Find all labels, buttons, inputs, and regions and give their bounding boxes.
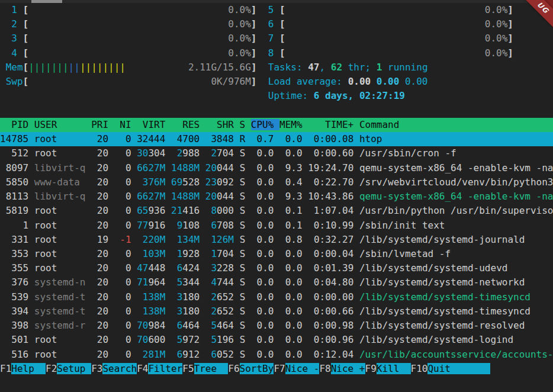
swap-meter-value: 0K/976M [211,76,250,87]
cell-state: S [240,277,251,288]
cell-pid: 398 [0,320,34,331]
cell-cpu-percent: 0.0 [251,248,279,259]
cell-value: 196 [217,334,234,345]
fn-button-f7-nice[interactable]: F7Nice - [274,363,319,374]
process-row-8113[interactable]: 8113 libvirt-q 20 0 6627M 1488M 20044 S … [0,189,553,204]
column-header-res[interactable]: RES [171,119,205,130]
process-row-355[interactable]: 355 root 20 0 47448 6424 3228 S 0.0 0.0 … [0,261,553,275]
cell-value-prefix: 3 [171,306,182,317]
fn-button-f5-tree[interactable]: F5Tree [182,363,228,374]
process-row-331[interactable]: 331 root 19 -1 220M 134M 126M S 0.0 0.8 … [0,233,553,247]
fn-button-f3-search[interactable]: F3Search [91,363,137,374]
cell-cpu-percent: 0.0 [251,320,279,331]
meter-open-bracket: [ [279,18,285,30]
column-header-virt[interactable]: VIRT [137,119,171,130]
column-header-pid[interactable]: PID [0,119,34,130]
cell-cpu-percent: 0.0 [251,205,279,216]
fn-label-F9[interactable]: Kill [377,363,411,374]
cell-time: 1:07.04 [308,205,359,216]
uptime-row: Uptime: 6 days, 02:27:19 [0,89,553,103]
mem-bar-buffer-pipes: || [69,62,80,73]
cpu-meter-2-value: 0.0% [228,18,251,30]
fn-label-F2[interactable]: Setup [57,363,91,374]
fn-button-f1-help[interactable]: F1Help [0,363,46,374]
meter-close-bracket: ] [251,47,257,59]
fn-button-f6-sortby[interactable]: F6SortBy [228,363,274,374]
cell-pid: 516 [0,349,34,360]
process-row-376[interactable]: 376 systemd-n 20 0 71964 5344 4744 S 0.0… [0,275,553,290]
process-row-398[interactable]: 398 systemd-r 20 0 70984 6464 5464 S 0.0… [0,319,553,333]
fn-button-f9-kill[interactable]: F9Kill [365,363,411,374]
cell-cpu-percent: 0.0 [251,349,279,360]
cell-value-prefix: 69 [171,176,182,188]
process-row-353[interactable]: 353 root 20 0 103M 1928 1704 S 0.0 0.0 0… [0,247,553,261]
cell-time: 0:00.96 [308,334,359,345]
table-header-row: PID USER PRI NI VIRT RES SHR S CPU% MEM%… [0,118,553,132]
memory-meter-row: Mem[||||||||||||||||| 2.11G/15.6G] Tasks… [0,60,553,75]
fn-label-F5[interactable]: Tree [194,363,229,374]
fn-button-f8-nice[interactable]: F8Nice + [319,363,365,374]
cell-command: /lib/systemd/systemd-timesyncd [359,291,531,303]
cell-nice: 0 [114,320,137,331]
process-row-539[interactable]: 539 systemd-t 20 0 138M 3180 2652 S 0.0 … [0,290,553,304]
cell-mem-percent: 0.0 [279,147,308,159]
column-header-mem[interactable]: MEM% [279,119,308,130]
process-row-5819[interactable]: 5819 root 20 0 65936 21416 8000 S 0.0 0.… [0,204,553,218]
process-row-14785[interactable]: 14785 root 20 0 32444 4700 3848 R 0.7 0.… [0,132,553,146]
cell-value: 3848 [205,133,234,144]
column-header-ni[interactable]: NI [114,119,137,130]
column-header-cpu[interactable]: CPU% [251,119,279,130]
cell-nice: 0 [114,162,137,173]
text-segment [200,220,205,231]
cell-value-prefix: 70 [137,334,148,345]
text-segment [131,234,137,245]
fn-label-F3[interactable]: Search [102,363,137,374]
cell-nice: 0 [114,220,137,231]
process-row-394[interactable]: 394 systemd-t 20 0 138M 3180 2652 S 0.0 … [0,304,553,319]
fn-label-F8[interactable]: Nice + [331,363,365,374]
process-row-5850[interactable]: 5850 www-data 20 0 376M 69528 23092 S 0.… [0,175,553,189]
fn-label-F1[interactable]: Help [11,363,46,374]
cpu-meter-4-id: 4 [0,47,23,59]
cell-value-prefix: 20 [205,162,217,173]
process-row-516[interactable]: 516 root 20 0 281M 6912 6052 S 0.0 0.0 0… [0,348,553,362]
meter-fill [28,18,228,30]
cpu-meter-3-value: 0.0% [228,33,251,44]
column-header-user[interactable]: USER [34,119,91,130]
cell-pid: 353 [0,248,34,259]
htop-terminal: 1 [ 0.0%] 5 [ 0.0%] 2 [ 0.0%] 6 [ 0.0%] … [0,3,553,376]
cell-time: 0:00.98 [308,320,359,331]
cell-value: 928 [182,248,200,259]
cell-value-prefix: 6 [171,320,182,331]
cell-time: 0:22.70 [308,176,359,188]
process-row-501[interactable]: 501 root 20 0 70600 5972 5196 S 0.0 0.0 … [0,333,553,347]
column-header-s[interactable]: S [240,119,251,130]
fn-label-F6[interactable]: SortBy [240,363,274,374]
process-row-1[interactable]: 1 root 20 0 77916 9108 6708 S 0.0 0.1 0:… [0,219,553,233]
meter-open-bracket: [ [23,18,29,30]
cell-time: 10:43.86 [308,191,359,202]
fn-label-F10[interactable]: Quit [427,363,490,374]
fn-button-f2-setup[interactable]: F2Setup [46,363,91,374]
cell-mem-percent: 0.0 [279,334,308,345]
fn-button-f10-quit[interactable]: F10Quit [411,363,491,374]
cell-value-prefix: 3 [205,262,217,274]
column-header-time[interactable]: TIME+ [308,119,359,130]
text-segment [114,234,120,245]
column-header-command[interactable]: Command [359,119,399,130]
cell-command: /srv/webvirtcloud/venv/bin/python3 [359,176,553,188]
fn-label-F7[interactable]: Nice - [285,363,320,374]
text-segment [165,349,171,360]
swap-meter-row: Swp[ 0K/976M] Load average: 0.00 0.00 0.… [0,75,553,89]
fn-button-f4-filter[interactable]: F4Filter [137,363,182,374]
cell-value-prefix: 71 [137,277,148,288]
cpu-meter-1-value: 0.0% [228,4,251,15]
cell-cpu-percent: 0.0 [251,306,279,317]
column-header-shr[interactable]: SHR [205,119,240,130]
fn-label-F4[interactable]: Filter [148,363,182,374]
cell-time: 0:04.80 [308,277,359,288]
process-row-8097[interactable]: 8097 libvirt-q 20 0 6627M 1488M 20044 S … [0,161,553,175]
cell-mem-percent: 0.1 [279,205,308,216]
column-header-pri[interactable]: PRI [91,119,114,130]
process-row-512[interactable]: 512 root 20 0 30304 2988 2704 S 0.0 0.0 … [0,146,553,160]
